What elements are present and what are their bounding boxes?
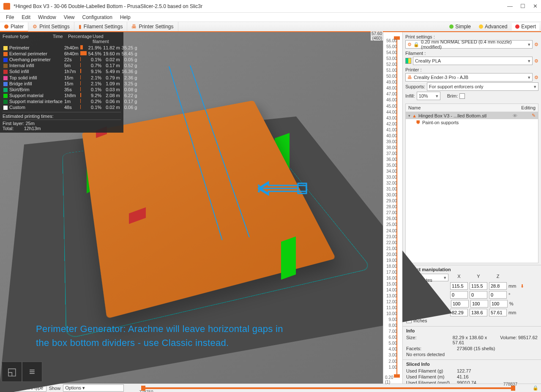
position-x[interactable] [450, 282, 468, 290]
expand-icon[interactable]: ▾ [408, 114, 410, 118]
maximize-button[interactable]: ☐ [520, 3, 525, 9]
support-icon: ⛊ [416, 120, 421, 125]
legend-row[interactable]: Overhang perimeter 22s 0.1% 0.02 m 0.05 … [3, 57, 138, 63]
lock-icon: 🔒 [413, 42, 419, 47]
total-time: Total: 12h13m [3, 126, 121, 131]
mode-expert[interactable]: Expert [512, 23, 539, 30]
filament-label: Filament : [405, 49, 538, 57]
legend-row[interactable]: Support material 1h8m 9.2% 2.08 m 6.22 g [3, 93, 138, 98]
scale-x[interactable] [451, 300, 469, 308]
menu-file[interactable]: File [3, 14, 17, 21]
legend-row[interactable]: Top solid infill 15m 2.1% 0.79 m 2.36 g [3, 74, 138, 80]
red-dot-icon [515, 24, 519, 29]
tab-printer-settings[interactable]: 🖶 Printer Settings [127, 22, 178, 31]
app-icon [3, 3, 10, 10]
printer-combo[interactable]: 🖶 Creality Ender-3 Pro - AJB ▾ [405, 73, 533, 82]
plater-icon [4, 24, 8, 29]
chevron-down-icon: ▾ [528, 58, 530, 64]
chevron-down-icon: ▾ [534, 84, 536, 90]
green-dot-icon [449, 24, 454, 29]
titlebar: *Hinged Box V3 - 30-06 Double-Labelled B… [0, 0, 541, 13]
legend-row[interactable]: Custom 48s 0.1% 0.02 m 0.06 g [3, 104, 138, 110]
brim-label: Brim: [447, 93, 458, 98]
object-child-row[interactable]: ⛊ Paint-on supports [406, 119, 538, 126]
yellow-dot-icon [479, 24, 483, 29]
position-y[interactable] [470, 282, 487, 290]
menu-help[interactable]: Help [117, 14, 134, 21]
tab-plater[interactable]: Plater [0, 22, 28, 32]
mode-advanced[interactable]: Advanced [475, 23, 511, 30]
annotation-arrow-icon [258, 180, 309, 197]
menubar: File Edit Window View Configuration Help [0, 13, 541, 22]
view-iso-button[interactable]: ◱ [2, 362, 22, 382]
infill-label: Infill: [405, 93, 415, 98]
close-button[interactable]: ✕ [533, 3, 538, 9]
legend-row[interactable]: Perimeter 2h40m 21.9% 11.82 m 35.25 g [3, 45, 138, 51]
scale-z[interactable] [490, 300, 508, 308]
legend-row[interactable]: Support material interface 1m 0.2% 0.06 … [3, 98, 138, 104]
tab-print-settings[interactable]: ⚙ Print Settings [28, 22, 74, 31]
infill-combo[interactable]: 10% ▾ [417, 92, 440, 100]
menu-edit[interactable]: Edit [18, 14, 34, 21]
size-x[interactable] [450, 309, 468, 316]
chevron-down-icon: ▾ [436, 93, 438, 99]
rotate-x[interactable] [450, 291, 468, 299]
chevron-down-icon: ▾ [528, 42, 530, 47]
legend-row[interactable]: Internal infill 5m 0.7% 0.17 m 0.52 g [3, 63, 138, 68]
size-z[interactable] [489, 309, 507, 316]
est-times-label: Estimated printing times: [3, 114, 121, 119]
filament-icon: ▮ [79, 24, 82, 30]
size-y[interactable] [470, 309, 487, 316]
filament-color-swatch[interactable] [405, 58, 411, 64]
printer-label: Printer : [405, 66, 538, 73]
mode-simple[interactable]: Simple [446, 23, 474, 30]
viewport-3d[interactable]: Perimeter Generator: Arachne will leave … [0, 32, 402, 384]
slider-right-value: 778837 [503, 382, 517, 387]
window-title: *Hinged Box V3 - 30-06 Double-Labelled B… [14, 3, 507, 9]
menu-window[interactable]: Window [35, 14, 60, 21]
rotate-y[interactable] [470, 291, 487, 299]
lock-slider-icon[interactable]: 🔒 [533, 385, 538, 391]
slider-handle-bottom[interactable] [394, 374, 400, 378]
edit-preset-icon[interactable]: ⚙ [534, 42, 538, 47]
legend-row[interactable]: External perimeter 6h40m 54.5% 19.60 m 5… [3, 51, 138, 57]
printer-icon: 🖶 [407, 75, 412, 80]
menu-view[interactable]: View [60, 14, 78, 21]
rotate-z[interactable] [489, 291, 507, 299]
chevron-down-icon: ▾ [444, 275, 446, 280]
view-layers-button[interactable]: ≡ [22, 362, 42, 382]
annotation-text: Perimeter Generator: Arachne will leave … [36, 322, 283, 350]
legend-panel: Feature type Time Percentage Used filame… [0, 32, 123, 133]
first-layer-time: First layer: 25m [3, 120, 121, 126]
tabbar: Plater ⚙ Print Settings ▮ Filament Setti… [0, 22, 541, 32]
layer-slider-vertical[interactable]: 57.60(460) 56.0055.0054.0053.0052.0051.0… [383, 32, 402, 384]
edit-preset-icon[interactable]: ⚙ [534, 58, 538, 64]
object-icon: ▲ [412, 113, 417, 118]
menu-configuration[interactable]: Configuration [79, 14, 116, 21]
right-panel: Print settings : ⚙ 🔒 0.20 mm NORMAL SPEE… [402, 32, 541, 384]
legend-row[interactable]: Skirt/Brim 35s 0.1% 0.03 m 0.08 g [3, 87, 138, 93]
minimize-button[interactable]: — [507, 3, 513, 9]
scale-y[interactable] [470, 300, 488, 308]
slider-handle-left[interactable] [141, 386, 145, 391]
object-row[interactable]: ▾ ▲ Hinged Box V3 - ...lled Bottom.stl 👁… [406, 112, 538, 119]
edit-icon[interactable]: ✎ [532, 113, 536, 118]
print-settings-combo[interactable]: ⚙ 🔒 0.20 mm NORMAL SPEED (0.4 mm nozzle)… [405, 40, 533, 49]
legend-row[interactable]: Bridge infill 15m 2.1% 1.09 m 3.25 g [3, 81, 138, 87]
supports-label: Supports: [405, 84, 425, 89]
tab-filament-settings[interactable]: ▮ Filament Settings [74, 22, 128, 31]
sliced-info-section: Sliced Info Used Filament (g)122.77 Used… [403, 359, 541, 384]
position-z[interactable] [489, 282, 507, 290]
info-section: Info Size:82.29 x 138.60 x 57.61Volume: … [403, 326, 541, 359]
edit-preset-icon[interactable]: ⚙ [534, 75, 538, 80]
horizontal-slider[interactable] [142, 387, 514, 389]
visibility-icon[interactable]: 👁 [513, 113, 517, 118]
legend-row[interactable]: Solid infill 1h7m 9.1% 5.49 m 16.36 g [3, 68, 138, 74]
object-list: Name Editing ▾ ▲ Hinged Box V3 - ...lled… [405, 103, 538, 263]
show-options-select[interactable]: Options ▾ [63, 384, 124, 392]
filament-combo[interactable]: Creality PLA ▾ [413, 57, 533, 65]
drop-to-bed-icon[interactable]: ⬇ [520, 283, 524, 289]
supports-combo[interactable]: For support enforcers only ▾ [427, 82, 538, 91]
printer-icon: 🖶 [131, 24, 137, 30]
brim-checkbox[interactable] [459, 93, 465, 99]
